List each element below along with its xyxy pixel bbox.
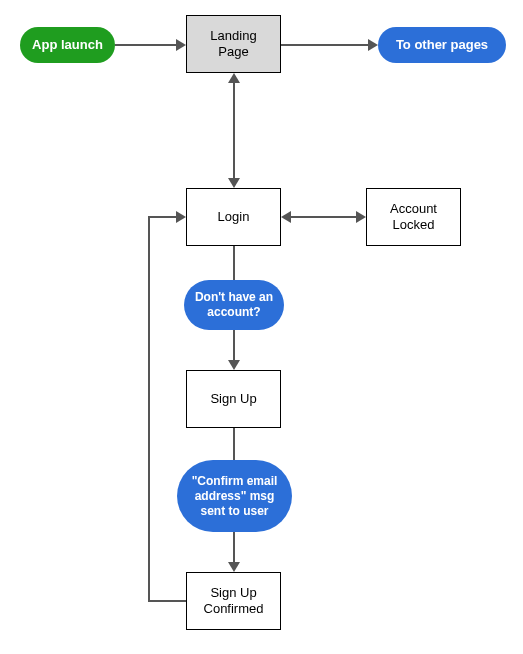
edge-return-leg-bottom [148, 600, 186, 602]
edge-landing-login [233, 83, 235, 178]
node-account-locked: Account Locked [366, 188, 461, 246]
edge-login-account-locked [291, 216, 356, 218]
node-label: To other pages [396, 37, 488, 53]
node-confirm-msg: "Confirm email address" msg sent to user [177, 460, 292, 532]
edge-app-launch-to-landing [115, 44, 176, 46]
node-label: Landing Page [197, 28, 270, 61]
edge-signup-confirm [233, 428, 235, 460]
arrowhead-up-icon [228, 73, 240, 83]
edge-no-account-signup [233, 330, 235, 360]
node-label: "Confirm email address" msg sent to user [187, 474, 282, 519]
node-app-launch: App launch [20, 27, 115, 63]
node-label: Login [218, 209, 250, 225]
node-label: Sign Up [210, 391, 256, 407]
node-label: Sign Up Confirmed [197, 585, 270, 618]
node-sign-up-confirmed: Sign Up Confirmed [186, 572, 281, 630]
node-label: Don't have an account? [194, 290, 274, 320]
edge-landing-to-other [281, 44, 368, 46]
arrowhead-right-icon [368, 39, 378, 51]
arrowhead-down-icon [228, 178, 240, 188]
arrowhead-right-icon [176, 211, 186, 223]
arrowhead-down-icon [228, 360, 240, 370]
arrowhead-right-icon [356, 211, 366, 223]
node-label: Account Locked [377, 201, 450, 234]
arrowhead-left-icon [281, 211, 291, 223]
arrowhead-right-icon [176, 39, 186, 51]
edge-return-leg-vertical [148, 216, 150, 602]
node-no-account: Don't have an account? [184, 280, 284, 330]
edge-confirm-signup-confirmed [233, 532, 235, 562]
node-label: App launch [32, 37, 103, 53]
node-sign-up: Sign Up [186, 370, 281, 428]
node-landing-page: Landing Page [186, 15, 281, 73]
edge-return-leg-top [148, 216, 176, 218]
edge-login-no-account [233, 246, 235, 280]
node-to-other-pages: To other pages [378, 27, 506, 63]
arrowhead-down-icon [228, 562, 240, 572]
node-login: Login [186, 188, 281, 246]
